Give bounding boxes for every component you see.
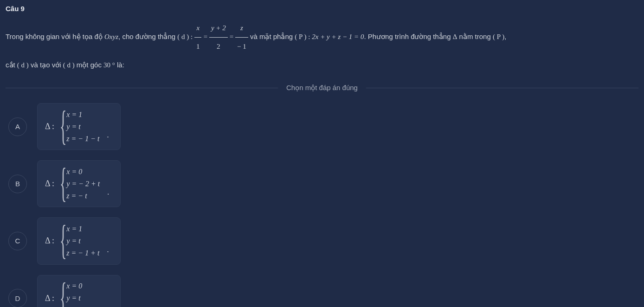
q-after-oxyz: , cho đường thẳng (118, 33, 177, 40)
divider: Chọn một đáp án đúng (6, 84, 638, 92)
option-letter-c[interactable]: C (8, 232, 27, 250)
option-content-b: Δ : { x = 0 y = − 2 + t z = − t . (37, 160, 121, 207)
option-content-c: Δ : { x = 1 y = t z = − 1 + t . (37, 217, 121, 264)
delta-label: Δ : (45, 122, 54, 131)
option-letter-d[interactable]: D (8, 289, 27, 307)
option-letter-b[interactable]: B (8, 175, 27, 193)
frac-z-m1: z − 1 (235, 19, 248, 56)
delta-label: Δ : (45, 179, 54, 189)
equations-d: x = 0 y = t z = 1 − t (66, 282, 92, 307)
q-in-plane: nằm trong (457, 33, 493, 40)
delta-label: Δ : (45, 294, 54, 303)
option-d[interactable]: D Δ : { x = 0 y = t z = 1 − t . (8, 275, 638, 307)
p2: ( P ) (493, 33, 504, 40)
option-content-a: Δ : { x = 1 y = t z = − 1 − t . (37, 103, 121, 150)
q-prefix: Trong không gian với hệ tọa độ (6, 33, 104, 40)
q-after-frac: và mặt phẳng (250, 33, 295, 40)
q-line2a: cắt (6, 61, 17, 69)
oxyz: Oxyz (104, 33, 118, 40)
equations-b: x = 0 y = − 2 + t z = − t (66, 168, 100, 200)
divider-text: Chọn một đáp án đúng (278, 84, 366, 92)
d2: ( d ) (17, 61, 29, 69)
plane-eq: 2x + y + z − 1 = 0 (312, 33, 364, 40)
period: . (107, 131, 109, 145)
angle: 30 ° (103, 61, 115, 69)
period: . (107, 246, 109, 260)
option-c[interactable]: C Δ : { x = 1 y = t z = − 1 + t . (8, 217, 638, 264)
option-b[interactable]: B Δ : { x = 0 y = − 2 + t z = − t . (8, 160, 638, 207)
left-brace-icon: { (60, 222, 67, 258)
eq-sign-2: = (230, 33, 235, 40)
options-list: A Δ : { x = 1 y = t z = − 1 − t . B Δ : … (6, 103, 638, 307)
equations-c: x = 1 y = t z = − 1 + t (66, 225, 99, 257)
left-brace-icon: { (60, 164, 67, 201)
delta-label: Δ : (45, 236, 54, 246)
period: . (107, 188, 109, 202)
question-text: Trong không gian với hệ tọa độ Oxyz, cho… (6, 19, 638, 74)
frac-y2-2: y + 2 2 (209, 19, 228, 56)
q-after-plane: . Phương trình đường thẳng (364, 33, 452, 40)
frac-x-1: x 1 (194, 19, 202, 56)
delta-sym: Δ (453, 33, 457, 40)
period: . (100, 303, 102, 307)
p-label: ( P ) : (295, 33, 312, 40)
comma: , (504, 33, 506, 40)
q-line2c: một góc (75, 61, 103, 69)
eq-sign-1: = (204, 33, 209, 40)
q-line2b: và tạo với (29, 61, 63, 69)
divider-line-left (6, 88, 278, 88)
d-label: ( d ) : (177, 33, 194, 40)
left-brace-icon: { (60, 107, 67, 144)
option-a[interactable]: A Δ : { x = 1 y = t z = − 1 − t . (8, 103, 638, 150)
option-letter-a[interactable]: A (8, 118, 27, 136)
option-content-d: Δ : { x = 0 y = t z = 1 − t . (37, 275, 121, 307)
d3: ( d ) (63, 61, 75, 69)
left-brace-icon: { (60, 279, 67, 307)
divider-line-right (366, 88, 638, 88)
q-line2d: là: (115, 61, 124, 69)
equations-a: x = 1 y = t z = − 1 − t (66, 111, 99, 143)
question-title: Câu 9 (6, 5, 638, 13)
